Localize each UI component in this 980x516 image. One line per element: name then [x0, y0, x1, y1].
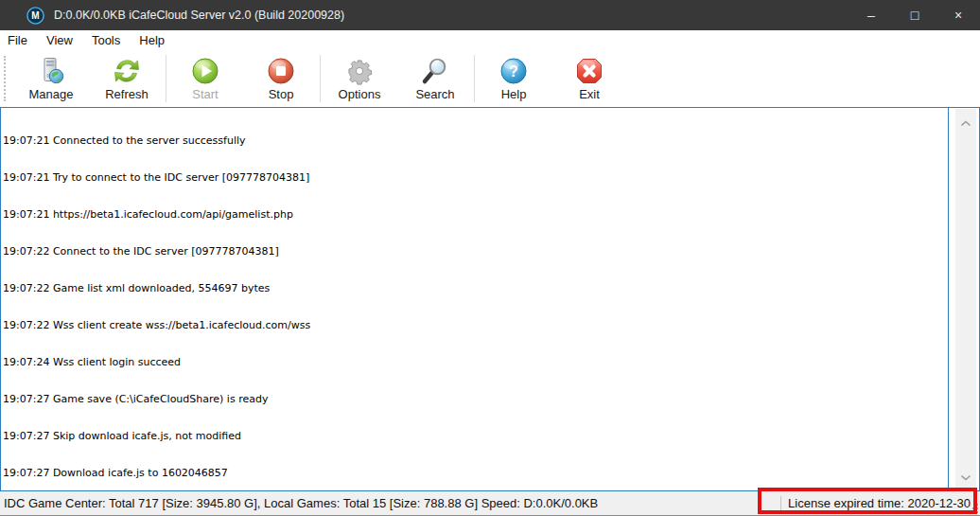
log-line: 19:07:27 Download icafe.js to 1602046857: [3, 467, 941, 479]
search-button[interactable]: Search: [397, 52, 473, 105]
status-info-text: IDC Game Center: Total 717 [Size: 3945.8…: [4, 496, 598, 510]
log-right-border: [948, 108, 949, 490]
log-line: 19:07:22 Game list xml downloaded, 55469…: [3, 282, 941, 294]
app-window: M D:0.0K/0.0KB iCafeCloud Server v2.0 (B…: [0, 0, 980, 516]
toolbar-gripper[interactable]: [4, 56, 8, 101]
refresh-icon: [112, 56, 142, 86]
minimize-button[interactable]: –: [849, 0, 893, 30]
scroll-down-arrow[interactable]: [960, 468, 971, 485]
search-icon: [420, 56, 450, 86]
log-line: 19:07:21 Connected to the server success…: [3, 134, 941, 147]
resize-grip[interactable]: [968, 503, 979, 514]
log-line: 19:07:27 Game save (C:\iCafeCloudShare) …: [3, 393, 941, 405]
options-button-label: Options: [339, 88, 381, 101]
svg-text:M: M: [31, 10, 39, 21]
status-license-section: License expired time: 2020-12-30: [780, 491, 971, 515]
window-title: D:0.0K/0.0KB iCafeCloud Server v2.0 (Bui…: [54, 9, 344, 22]
status-bar: IDC Game Center: Total 717 [Size: 3945.8…: [0, 491, 980, 515]
log-line: 19:07:22 Connect to the IDC server [0977…: [3, 245, 941, 258]
help-icon: ?: [499, 56, 529, 86]
manage-button[interactable]: Manage: [13, 52, 89, 105]
stop-button[interactable]: Stop: [243, 52, 319, 105]
toolbar-separator: [320, 55, 321, 102]
scroll-up-arrow[interactable]: [960, 114, 971, 131]
log-line: 19:07:21 https://beta1.icafecloud.com/ap…: [3, 208, 941, 221]
title-bar[interactable]: M D:0.0K/0.0KB iCafeCloud Server v2.0 (B…: [0, 0, 980, 30]
toolbar: Manage Refresh: [0, 50, 980, 107]
start-button-label: Start: [192, 88, 218, 101]
log-line: 19:07:22 Wss client create wss://beta1.i…: [3, 319, 941, 331]
exit-button[interactable]: Exit: [551, 52, 627, 105]
options-button[interactable]: Options: [322, 52, 397, 105]
log-lines: 19:07:21 Connected to the server success…: [3, 110, 941, 516]
exit-button-label: Exit: [579, 88, 600, 101]
help-button-label: Help: [501, 88, 527, 101]
stop-button-label: Stop: [269, 88, 294, 101]
menu-view[interactable]: View: [37, 30, 82, 50]
close-button[interactable]: ×: [936, 0, 980, 30]
menu-file[interactable]: File: [0, 30, 37, 50]
maximize-button[interactable]: □: [893, 0, 936, 30]
menu-tools[interactable]: Tools: [82, 30, 130, 50]
log-output[interactable]: 19:07:21 Connected to the server success…: [0, 107, 980, 491]
vertical-scrollbar[interactable]: [955, 109, 976, 489]
refresh-button[interactable]: Refresh: [89, 52, 165, 105]
start-icon: [190, 56, 220, 86]
options-icon: [344, 56, 375, 86]
toolbar-separator: [474, 55, 475, 102]
exit-icon: [574, 56, 604, 86]
manage-button-label: Manage: [29, 88, 74, 101]
log-line: 19:07:21 Try to connect to the IDC serve…: [3, 171, 941, 184]
stop-icon: [266, 56, 296, 86]
refresh-button-label: Refresh: [105, 88, 149, 101]
menu-help[interactable]: Help: [130, 30, 174, 50]
menu-bar: File View Tools Help: [0, 30, 980, 50]
status-divider: [780, 496, 781, 510]
start-button[interactable]: Start: [167, 52, 243, 105]
search-button-label: Search: [415, 88, 454, 101]
log-line: 19:07:24 Wss client login succeed: [3, 356, 941, 368]
license-expiry-text: License expired time: 2020-12-30: [788, 496, 971, 510]
log-line: 19:07:27 Skip download icafe.js, not mod…: [3, 430, 941, 442]
help-button[interactable]: ? Help: [476, 52, 551, 105]
manage-icon: [36, 56, 66, 86]
toolbar-separator: [166, 55, 166, 102]
app-logo-icon: M: [26, 7, 44, 25]
window-controls: – □ ×: [849, 0, 980, 30]
svg-text:?: ?: [509, 63, 518, 80]
